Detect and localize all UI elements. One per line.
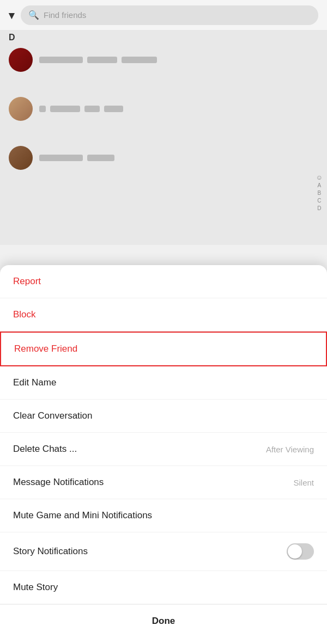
search-bar[interactable]: 🔍 Find friends [21,5,318,25]
avatar [9,48,33,72]
spacer [0,76,327,93]
avatar [9,146,33,170]
story-notifications-label: Story Notifications [13,546,88,557]
delete-chats-label: Delete Chats ... [13,444,77,455]
list-item [0,44,327,76]
top-bar: ▾ 🔍 Find friends [0,0,327,30]
remove-friend-item[interactable]: Remove Friend [0,332,327,366]
message-notifications-value: Silent [293,478,314,487]
delete-chats-item[interactable]: Delete Chats ... After Viewing [0,433,327,466]
clear-conversation-label: Clear Conversation [13,410,93,421]
spacer [0,125,327,142]
message-notifications-label: Message Notifications [13,477,104,488]
info-block-2 [122,57,157,63]
text-placeholders [39,106,123,112]
search-placeholder: Find friends [44,10,86,20]
bottom-sheet: Report Block Remove Friend Edit Name Cle… [0,265,327,644]
list-item [0,142,327,174]
alphabet-sidebar: ☺ A B C D [316,174,323,211]
info-block-4 [104,106,123,112]
alpha-a[interactable]: A [316,183,323,188]
toggle-thumb [288,544,302,559]
edit-name-label: Edit Name [13,377,56,388]
name-block [39,155,83,161]
text-placeholders [39,155,114,161]
alpha-b[interactable]: B [316,191,323,196]
delete-chats-value: After Viewing [266,445,314,454]
edit-name-item[interactable]: Edit Name [0,366,327,400]
remove-friend-label: Remove Friend [14,344,77,354]
report-item[interactable]: Report [0,265,327,298]
info-block [50,106,80,112]
name-block [39,57,83,63]
chevron-down-icon[interactable]: ▾ [9,9,14,22]
info-block [87,57,117,63]
story-notifications-item[interactable]: Story Notifications [0,532,327,571]
report-label: Report [13,276,41,287]
section-letter-d: D [9,33,15,42]
text-placeholders [39,57,157,63]
mute-story-item[interactable]: Mute Story [0,571,327,604]
alpha-c[interactable]: C [316,198,323,204]
alpha-d[interactable]: D [316,206,323,211]
info-block-3 [84,106,100,112]
dot-block [39,106,46,112]
done-button[interactable]: Done [0,605,327,644]
story-notifications-toggle[interactable] [287,543,314,560]
avatar [9,97,33,121]
block-item[interactable]: Block [0,298,327,332]
block-label: Block [13,309,36,320]
mute-game-label: Mute Game and Mini Notifications [13,510,152,521]
search-icon: 🔍 [28,10,39,20]
done-label: Done [152,616,175,627]
mute-story-label: Mute Story [13,582,58,593]
info-block [87,155,114,161]
emoji-index[interactable]: ☺ [316,174,323,181]
message-notifications-item[interactable]: Message Notifications Silent [0,466,327,499]
clear-conversation-item[interactable]: Clear Conversation [0,400,327,433]
list-item [0,93,327,125]
friend-list-background [0,44,327,174]
mute-game-item[interactable]: Mute Game and Mini Notifications [0,499,327,532]
